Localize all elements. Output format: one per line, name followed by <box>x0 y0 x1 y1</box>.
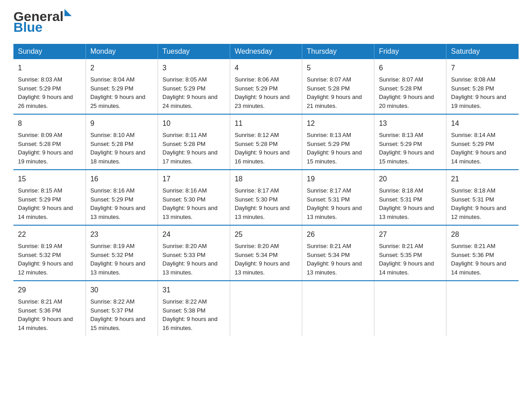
day-info: Sunrise: 8:07 AMSunset: 5:28 PMDaylight:… <box>379 75 442 110</box>
day-info: Sunrise: 8:05 AMSunset: 5:29 PMDaylight:… <box>163 75 225 110</box>
calendar-cell: 10Sunrise: 8:11 AMSunset: 5:28 PMDayligh… <box>158 114 230 170</box>
day-number: 4 <box>235 63 297 73</box>
header-wednesday: Wednesday <box>230 44 302 59</box>
day-info: Sunrise: 8:21 AMSunset: 5:36 PMDaylight:… <box>18 297 81 332</box>
day-number: 11 <box>235 118 297 129</box>
calendar-cell: 18Sunrise: 8:17 AMSunset: 5:30 PMDayligh… <box>230 170 302 225</box>
page-header: General Blue <box>13 9 519 35</box>
day-number: 7 <box>451 63 514 73</box>
day-number: 23 <box>90 229 153 240</box>
day-number: 16 <box>90 174 153 184</box>
calendar-cell <box>302 281 374 336</box>
calendar-cell: 13Sunrise: 8:13 AMSunset: 5:29 PMDayligh… <box>374 114 446 170</box>
calendar-header-row: SundayMondayTuesdayWednesdayThursdayFrid… <box>13 44 519 59</box>
day-number: 30 <box>90 285 153 295</box>
day-info: Sunrise: 8:13 AMSunset: 5:29 PMDaylight:… <box>379 131 442 166</box>
header-friday: Friday <box>374 44 446 59</box>
day-info: Sunrise: 8:04 AMSunset: 5:29 PMDaylight:… <box>90 75 153 110</box>
calendar-cell: 23Sunrise: 8:19 AMSunset: 5:32 PMDayligh… <box>86 225 158 281</box>
day-info: Sunrise: 8:08 AMSunset: 5:28 PMDaylight:… <box>451 75 514 110</box>
day-number: 12 <box>307 118 369 129</box>
day-number: 13 <box>379 118 442 129</box>
calendar-week-row: 22Sunrise: 8:19 AMSunset: 5:32 PMDayligh… <box>13 225 519 281</box>
day-info: Sunrise: 8:19 AMSunset: 5:32 PMDaylight:… <box>90 242 153 277</box>
calendar-week-row: 15Sunrise: 8:15 AMSunset: 5:29 PMDayligh… <box>13 170 519 225</box>
calendar-cell: 9Sunrise: 8:10 AMSunset: 5:28 PMDaylight… <box>86 114 158 170</box>
day-number: 5 <box>307 63 369 73</box>
logo-blue-text: Blue <box>13 20 43 35</box>
day-info: Sunrise: 8:21 AMSunset: 5:35 PMDaylight:… <box>379 242 442 277</box>
day-info: Sunrise: 8:16 AMSunset: 5:30 PMDaylight:… <box>163 186 225 221</box>
day-number: 31 <box>163 285 225 295</box>
day-number: 9 <box>90 118 153 129</box>
calendar-cell: 31Sunrise: 8:22 AMSunset: 5:38 PMDayligh… <box>158 281 230 336</box>
day-number: 27 <box>379 229 442 240</box>
day-info: Sunrise: 8:18 AMSunset: 5:31 PMDaylight:… <box>379 186 442 221</box>
day-number: 26 <box>307 229 369 240</box>
calendar-cell <box>446 281 519 336</box>
calendar-week-row: 29Sunrise: 8:21 AMSunset: 5:36 PMDayligh… <box>13 281 519 336</box>
day-info: Sunrise: 8:11 AMSunset: 5:28 PMDaylight:… <box>163 131 225 166</box>
calendar-cell: 16Sunrise: 8:16 AMSunset: 5:29 PMDayligh… <box>86 170 158 225</box>
day-number: 17 <box>163 174 225 184</box>
day-info: Sunrise: 8:06 AMSunset: 5:29 PMDaylight:… <box>235 75 297 110</box>
calendar-cell: 28Sunrise: 8:21 AMSunset: 5:36 PMDayligh… <box>446 225 519 281</box>
calendar-cell: 19Sunrise: 8:17 AMSunset: 5:31 PMDayligh… <box>302 170 374 225</box>
calendar-cell: 1Sunrise: 8:03 AMSunset: 5:29 PMDaylight… <box>13 59 86 114</box>
day-number: 18 <box>235 174 297 184</box>
day-info: Sunrise: 8:21 AMSunset: 5:36 PMDaylight:… <box>451 242 514 277</box>
day-info: Sunrise: 8:20 AMSunset: 5:33 PMDaylight:… <box>163 242 225 277</box>
day-number: 22 <box>18 229 81 240</box>
calendar-cell: 29Sunrise: 8:21 AMSunset: 5:36 PMDayligh… <box>13 281 86 336</box>
header-sunday: Sunday <box>13 44 86 59</box>
day-info: Sunrise: 8:09 AMSunset: 5:28 PMDaylight:… <box>18 131 81 166</box>
day-number: 10 <box>163 118 225 129</box>
day-info: Sunrise: 8:22 AMSunset: 5:38 PMDaylight:… <box>163 297 225 332</box>
calendar-cell: 12Sunrise: 8:13 AMSunset: 5:29 PMDayligh… <box>302 114 374 170</box>
day-number: 28 <box>451 229 514 240</box>
day-info: Sunrise: 8:15 AMSunset: 5:29 PMDaylight:… <box>18 186 81 221</box>
calendar-cell: 15Sunrise: 8:15 AMSunset: 5:29 PMDayligh… <box>13 170 86 225</box>
day-number: 29 <box>18 285 81 295</box>
calendar-cell: 30Sunrise: 8:22 AMSunset: 5:37 PMDayligh… <box>86 281 158 336</box>
logo: General Blue <box>13 9 72 35</box>
header-tuesday: Tuesday <box>158 44 230 59</box>
calendar-cell: 8Sunrise: 8:09 AMSunset: 5:28 PMDaylight… <box>13 114 86 170</box>
day-info: Sunrise: 8:14 AMSunset: 5:29 PMDaylight:… <box>451 131 514 166</box>
day-number: 14 <box>451 118 514 129</box>
calendar-cell: 26Sunrise: 8:21 AMSunset: 5:34 PMDayligh… <box>302 225 374 281</box>
calendar-cell: 3Sunrise: 8:05 AMSunset: 5:29 PMDaylight… <box>158 59 230 114</box>
day-number: 21 <box>451 174 514 184</box>
calendar-cell: 25Sunrise: 8:20 AMSunset: 5:34 PMDayligh… <box>230 225 302 281</box>
calendar-cell: 4Sunrise: 8:06 AMSunset: 5:29 PMDaylight… <box>230 59 302 114</box>
calendar-cell: 14Sunrise: 8:14 AMSunset: 5:29 PMDayligh… <box>446 114 519 170</box>
calendar-cell: 17Sunrise: 8:16 AMSunset: 5:30 PMDayligh… <box>158 170 230 225</box>
calendar-cell: 20Sunrise: 8:18 AMSunset: 5:31 PMDayligh… <box>374 170 446 225</box>
logo-arrow-icon <box>64 9 72 16</box>
calendar-table: SundayMondayTuesdayWednesdayThursdayFrid… <box>13 44 519 336</box>
day-info: Sunrise: 8:17 AMSunset: 5:31 PMDaylight:… <box>307 186 369 221</box>
day-info: Sunrise: 8:17 AMSunset: 5:30 PMDaylight:… <box>235 186 297 221</box>
day-info: Sunrise: 8:03 AMSunset: 5:29 PMDaylight:… <box>18 75 81 110</box>
calendar-cell <box>230 281 302 336</box>
header-thursday: Thursday <box>302 44 374 59</box>
calendar-cell: 2Sunrise: 8:04 AMSunset: 5:29 PMDaylight… <box>86 59 158 114</box>
day-info: Sunrise: 8:22 AMSunset: 5:37 PMDaylight:… <box>90 297 153 332</box>
day-number: 3 <box>163 63 225 73</box>
calendar-cell: 7Sunrise: 8:08 AMSunset: 5:28 PMDaylight… <box>446 59 519 114</box>
calendar-week-row: 1Sunrise: 8:03 AMSunset: 5:29 PMDaylight… <box>13 59 519 114</box>
day-number: 24 <box>163 229 225 240</box>
calendar-cell <box>374 281 446 336</box>
day-number: 15 <box>18 174 81 184</box>
day-number: 8 <box>18 118 81 129</box>
calendar-cell: 5Sunrise: 8:07 AMSunset: 5:28 PMDaylight… <box>302 59 374 114</box>
calendar-cell: 6Sunrise: 8:07 AMSunset: 5:28 PMDaylight… <box>374 59 446 114</box>
calendar-cell: 24Sunrise: 8:20 AMSunset: 5:33 PMDayligh… <box>158 225 230 281</box>
day-number: 19 <box>307 174 369 184</box>
day-info: Sunrise: 8:21 AMSunset: 5:34 PMDaylight:… <box>307 242 369 277</box>
day-number: 1 <box>18 63 81 73</box>
calendar-cell: 21Sunrise: 8:18 AMSunset: 5:31 PMDayligh… <box>446 170 519 225</box>
day-number: 2 <box>90 63 153 73</box>
header-saturday: Saturday <box>446 44 519 59</box>
day-info: Sunrise: 8:12 AMSunset: 5:28 PMDaylight:… <box>235 131 297 166</box>
